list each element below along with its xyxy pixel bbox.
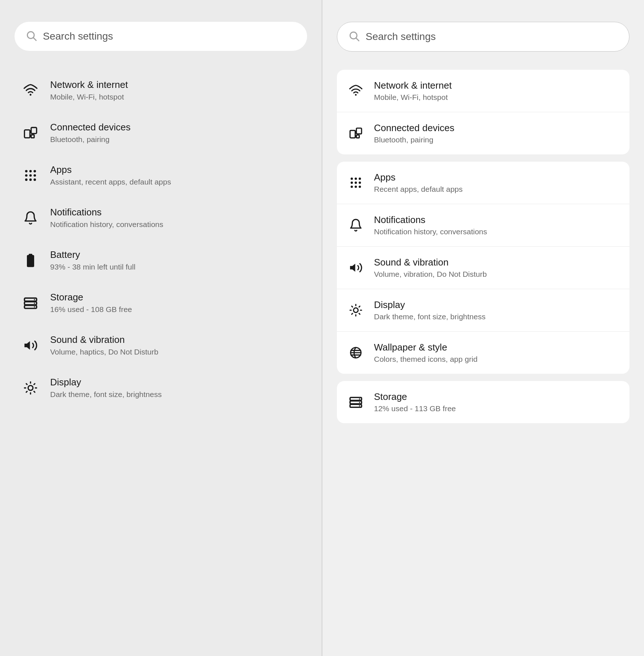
- svg-rect-4: [31, 127, 37, 134]
- right-wallpaper-text: Wallpaper & style Colors, themed icons, …: [374, 342, 478, 364]
- svg-point-20: [34, 299, 35, 300]
- right-search-bar[interactable]: Search settings: [337, 22, 629, 52]
- connected-devices-text: Connected devices Bluetooth, pairing: [50, 122, 130, 144]
- right-group-1: Network & internet Mobile, Wi-Fi, hotspo…: [337, 70, 629, 154]
- right-apps-icon: [348, 175, 364, 191]
- right-group-3: Storage 12% used - 113 GB free: [337, 381, 629, 423]
- sound-icon: [22, 337, 39, 354]
- svg-point-22: [34, 306, 35, 307]
- right-connected-devices-subtitle: Bluetooth, pairing: [374, 135, 454, 144]
- svg-point-62: [359, 398, 360, 400]
- display-text: Display Dark theme, font size, brightnes…: [50, 377, 162, 399]
- right-item-network[interactable]: Network & internet Mobile, Wi-Fi, hotspo…: [337, 70, 629, 112]
- left-item-display[interactable]: Display Dark theme, font size, brightnes…: [15, 367, 307, 409]
- notifications-icon: [22, 209, 39, 227]
- right-sound-title: Sound & vibration: [374, 257, 487, 268]
- right-display-title: Display: [374, 299, 486, 311]
- svg-rect-37: [357, 128, 362, 134]
- connected-devices-title: Connected devices: [50, 122, 130, 133]
- left-settings-list: Network & internet Mobile, Wi-Fi, hotspo…: [15, 69, 307, 409]
- right-network-text: Network & internet Mobile, Wi-Fi, hotspo…: [374, 80, 452, 102]
- svg-rect-38: [357, 135, 359, 138]
- right-item-display[interactable]: Display Dark theme, font size, brightnes…: [337, 289, 629, 332]
- right-item-apps[interactable]: Apps Recent apps, default apps: [337, 162, 629, 204]
- right-notifications-icon: [348, 217, 364, 233]
- notifications-text: Notifications Notification history, conv…: [50, 207, 163, 229]
- sound-text: Sound & vibration Volume, haptics, Do No…: [50, 334, 158, 356]
- right-wifi-icon: [348, 83, 364, 99]
- devices-icon: [22, 124, 39, 142]
- right-sound-text: Sound & vibration Volume, vibration, Do …: [374, 257, 487, 279]
- svg-point-43: [355, 182, 357, 184]
- left-item-apps[interactable]: Apps Assistant, recent apps, default app…: [15, 154, 307, 197]
- svg-point-14: [33, 178, 36, 181]
- right-wallpaper-title: Wallpaper & style: [374, 342, 478, 353]
- right-devices-icon: [348, 125, 364, 141]
- right-sound-subtitle: Volume, vibration, Do Not Disturb: [374, 270, 487, 279]
- svg-rect-15: [27, 255, 34, 267]
- display-title: Display: [50, 377, 162, 388]
- connected-devices-subtitle: Bluetooth, pairing: [50, 135, 130, 144]
- left-item-connected-devices[interactable]: Connected devices Bluetooth, pairing: [15, 112, 307, 154]
- svg-point-63: [359, 402, 360, 403]
- svg-line-30: [34, 391, 35, 392]
- left-item-storage[interactable]: Storage 16% used - 108 GB free: [15, 282, 307, 324]
- right-display-icon: [348, 302, 364, 318]
- svg-point-39: [351, 178, 353, 180]
- right-storage-text: Storage 12% used - 113 GB free: [374, 391, 456, 413]
- storage-title: Storage: [50, 292, 132, 303]
- left-item-sound[interactable]: Sound & vibration Volume, haptics, Do No…: [15, 324, 307, 367]
- search-icon: [25, 30, 37, 43]
- svg-point-2: [30, 94, 32, 96]
- svg-point-13: [29, 178, 32, 181]
- svg-point-8: [33, 170, 36, 173]
- sound-subtitle: Volume, haptics, Do Not Disturb: [50, 348, 158, 356]
- notifications-title: Notifications: [50, 207, 163, 218]
- right-item-storage[interactable]: Storage 12% used - 113 GB free: [337, 381, 629, 423]
- apps-title: Apps: [50, 164, 171, 175]
- svg-point-45: [351, 186, 353, 188]
- right-storage-icon: [348, 394, 364, 410]
- svg-point-7: [29, 170, 32, 173]
- svg-line-55: [359, 313, 360, 314]
- right-apps-title: Apps: [374, 172, 463, 183]
- left-item-battery[interactable]: Battery 93% - 38 min left until full: [15, 239, 307, 282]
- storage-subtitle: 16% used - 108 GB free: [50, 305, 132, 314]
- battery-title: Battery: [50, 249, 136, 260]
- svg-line-31: [26, 391, 27, 392]
- right-item-notifications[interactable]: Notifications Notification history, conv…: [337, 204, 629, 247]
- notifications-subtitle: Notification history, conversations: [50, 220, 163, 229]
- svg-point-10: [29, 174, 32, 177]
- right-connected-devices-title: Connected devices: [374, 122, 454, 134]
- svg-rect-3: [24, 130, 30, 138]
- left-item-notifications[interactable]: Notifications Notification history, conv…: [15, 197, 307, 239]
- right-notifications-subtitle: Notification history, conversations: [374, 227, 487, 236]
- right-connected-devices-text: Connected devices Bluetooth, pairing: [374, 122, 454, 144]
- right-sound-icon: [348, 260, 364, 276]
- right-item-sound[interactable]: Sound & vibration Volume, vibration, Do …: [337, 247, 629, 289]
- svg-point-24: [28, 385, 33, 390]
- svg-point-11: [33, 174, 36, 177]
- right-item-connected-devices[interactable]: Connected devices Bluetooth, pairing: [337, 112, 629, 154]
- battery-text: Battery 93% - 38 min left until full: [50, 249, 136, 271]
- sound-title: Sound & vibration: [50, 334, 158, 345]
- display-icon: [22, 379, 39, 397]
- right-network-title: Network & internet: [374, 80, 452, 91]
- svg-line-56: [352, 313, 353, 314]
- right-item-wallpaper[interactable]: Wallpaper & style Colors, themed icons, …: [337, 332, 629, 374]
- display-subtitle: Dark theme, font size, brightness: [50, 390, 162, 399]
- left-item-network[interactable]: Network & internet Mobile, Wi-Fi, hotspo…: [15, 69, 307, 112]
- right-apps-text: Apps Recent apps, default apps: [374, 172, 463, 194]
- svg-point-44: [359, 182, 361, 184]
- right-storage-subtitle: 12% used - 113 GB free: [374, 404, 456, 413]
- svg-line-29: [26, 384, 27, 384]
- left-search-placeholder: Search settings: [43, 31, 113, 42]
- svg-point-21: [34, 303, 35, 304]
- svg-point-6: [25, 170, 28, 173]
- left-search-bar[interactable]: Search settings: [15, 22, 307, 51]
- svg-line-32: [34, 384, 35, 384]
- wifi-icon: [22, 82, 39, 99]
- svg-line-57: [359, 306, 360, 307]
- svg-rect-16: [29, 254, 32, 255]
- apps-text: Apps Assistant, recent apps, default app…: [50, 164, 171, 186]
